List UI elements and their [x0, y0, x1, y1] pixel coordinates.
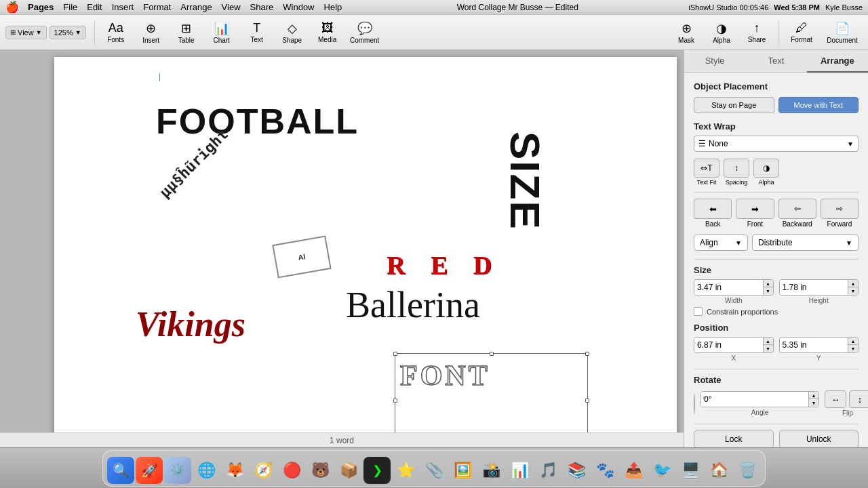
mask-button[interactable]: ⊕ Mask — [669, 18, 703, 47]
table-button[interactable]: ⊞ Table — [170, 18, 203, 47]
format-tab-button[interactable]: 🖊 Format — [783, 18, 821, 47]
ballerina-text[interactable]: Ballerina — [346, 284, 480, 326]
dock-activity[interactable]: ⚙️ — [164, 457, 191, 484]
menubar: 🍎 Pages File Edit Insert Format Arrange … — [0, 0, 868, 15]
dock-spark[interactable]: 📤 — [620, 457, 647, 484]
tab-arrange[interactable]: Arrange — [807, 50, 868, 73]
canvas-area[interactable]: FOOTBALL SIZE µµ§ĥũright AI R E D Baller… — [0, 50, 684, 447]
dock-safari[interactable]: 🧭 — [250, 457, 277, 484]
menu-file[interactable]: File — [58, 1, 82, 13]
y-input[interactable] — [780, 338, 848, 352]
constrain-checkbox[interactable] — [694, 307, 703, 316]
alpha-panel-btn[interactable]: ◑ Alpha — [753, 159, 779, 186]
x-down-stepper[interactable]: ▼ — [764, 345, 773, 352]
y-down-stepper[interactable]: ▼ — [848, 345, 858, 352]
back-btn[interactable]: ⬅ Back — [694, 199, 732, 228]
x-input[interactable] — [694, 338, 763, 352]
height-input[interactable] — [780, 281, 848, 294]
y-up-stepper[interactable]: ▲ — [848, 338, 858, 345]
dock-paste[interactable]: 📎 — [420, 457, 448, 484]
distribute-select[interactable]: Distribute ▼ — [752, 235, 859, 251]
dock-capture[interactable]: 📸 — [477, 457, 505, 484]
window-title: Word Collage Mr Busse — Edited — [457, 3, 578, 12]
front-btn[interactable]: ➡ Front — [736, 199, 774, 228]
dock-launchpad[interactable]: 🚀 — [136, 457, 163, 484]
alpha-button[interactable]: ◑ Alpha — [705, 18, 738, 47]
width-input[interactable] — [694, 281, 763, 294]
apple-icon[interactable]: 🍎 — [5, 1, 19, 14]
dock-home[interactable]: 🏠 — [705, 457, 732, 484]
dock-red[interactable]: 🔴 — [278, 457, 305, 484]
move-with-text-btn[interactable]: Move with Text — [778, 97, 859, 113]
tab-text[interactable]: Text — [745, 50, 806, 73]
insert-button[interactable]: ⊕ Insert — [134, 18, 168, 47]
menu-help[interactable]: Help — [319, 1, 347, 13]
dock-star[interactable]: ⭐ — [392, 457, 419, 484]
stay-on-page-btn[interactable]: Stay on Page — [694, 97, 774, 113]
backward-btn[interactable]: ⇦ Backward — [778, 199, 816, 228]
menu-share[interactable]: Share — [245, 1, 279, 13]
red-text[interactable]: R E D — [387, 250, 501, 280]
width-down-stepper[interactable]: ▼ — [764, 287, 773, 295]
menu-format[interactable]: Format — [138, 1, 176, 13]
text-fit-btn[interactable]: ⇔T Text Fit — [694, 159, 719, 186]
view-selector[interactable]: ⊞ View ▼ — [5, 26, 47, 39]
football-text[interactable]: FOOTBALL — [156, 101, 359, 142]
rotate-wheel[interactable] — [694, 394, 695, 414]
width-label: Width — [725, 297, 743, 304]
text-button[interactable]: T Text — [240, 18, 274, 47]
angle-down-stepper[interactable]: ▼ — [809, 399, 818, 407]
dock-twitter[interactable]: 🐦 — [648, 457, 675, 484]
angle-input[interactable] — [701, 392, 808, 406]
x-up-stepper[interactable]: ▲ — [764, 338, 773, 345]
dock-web[interactable]: 🖥️ — [677, 457, 704, 484]
dock-photos[interactable]: 🖼️ — [449, 457, 476, 484]
dock-books[interactable]: 📚 — [563, 457, 590, 484]
unlock-button[interactable]: Unlock — [779, 430, 859, 447]
spacing-btn[interactable]: ↕ Spacing — [724, 159, 749, 186]
dock-chrome[interactable]: 🌐 — [193, 457, 220, 484]
align-select[interactable]: Align ▼ — [694, 235, 748, 251]
lock-button[interactable]: Lock — [694, 430, 774, 447]
dock-paw[interactable]: 🐾 — [591, 457, 618, 484]
menu-view[interactable]: View — [217, 1, 245, 13]
fonts-button[interactable]: Aa Fonts — [99, 18, 133, 47]
zoom-selector[interactable]: 125% ▼ — [50, 26, 86, 39]
tab-style[interactable]: Style — [684, 50, 745, 73]
clock: Wed 5:38 PM — [774, 3, 820, 12]
menu-window[interactable]: Window — [278, 1, 319, 13]
width-up-stepper[interactable]: ▲ — [764, 280, 773, 287]
chart-button[interactable]: 📊 Chart — [205, 18, 239, 47]
angle-field: ▲ ▼ Angle — [701, 391, 819, 416]
menu-edit[interactable]: Edit — [82, 1, 106, 13]
dock-iterm[interactable]: ❯ — [363, 457, 391, 484]
menu-arrange[interactable]: Arrange — [176, 1, 216, 13]
menu-pages[interactable]: Pages — [23, 1, 58, 13]
size-section: Size ▲ ▼ Width — [694, 265, 859, 316]
dock-folder[interactable]: 📦 — [335, 457, 362, 484]
share-button[interactable]: ↑ Share — [740, 18, 774, 47]
menu-insert[interactable]: Insert — [107, 1, 139, 13]
comment-button[interactable]: 💬 Comment — [346, 18, 384, 47]
vikings-text[interactable]: Vikings — [136, 304, 245, 344]
ai-stamp[interactable]: AI — [272, 235, 331, 278]
dock-bear[interactable]: 🐻 — [307, 457, 334, 484]
wrap-select[interactable]: ☰ None ▼ — [694, 136, 859, 152]
flip-horizontal-btn[interactable]: ↔ — [825, 390, 846, 408]
dock-finder[interactable]: 🔍 — [107, 457, 134, 484]
height-down-stepper[interactable]: ▼ — [848, 287, 858, 295]
dock-music[interactable]: 🎵 — [534, 457, 561, 484]
angle-up-stepper[interactable]: ▲ — [809, 392, 818, 399]
size-label: Size — [694, 265, 859, 275]
dock-numbers[interactable]: 📊 — [506, 457, 533, 484]
dock-trash[interactable]: 🗑️ — [734, 457, 761, 484]
forward-btn[interactable]: ⇨ Forward — [821, 199, 859, 228]
height-field: ▲ ▼ Height — [779, 279, 859, 304]
dock-firefox[interactable]: 🦊 — [221, 457, 248, 484]
shape-button[interactable]: ◇ Shape — [275, 18, 309, 47]
height-up-stepper[interactable]: ▲ — [848, 280, 858, 287]
size-text[interactable]: SIZE — [501, 131, 549, 230]
document-tab-button[interactable]: 📄 Document — [822, 18, 863, 47]
media-button[interactable]: 🖼 Media — [311, 18, 344, 47]
flip-vertical-btn[interactable]: ↕ — [849, 390, 868, 408]
